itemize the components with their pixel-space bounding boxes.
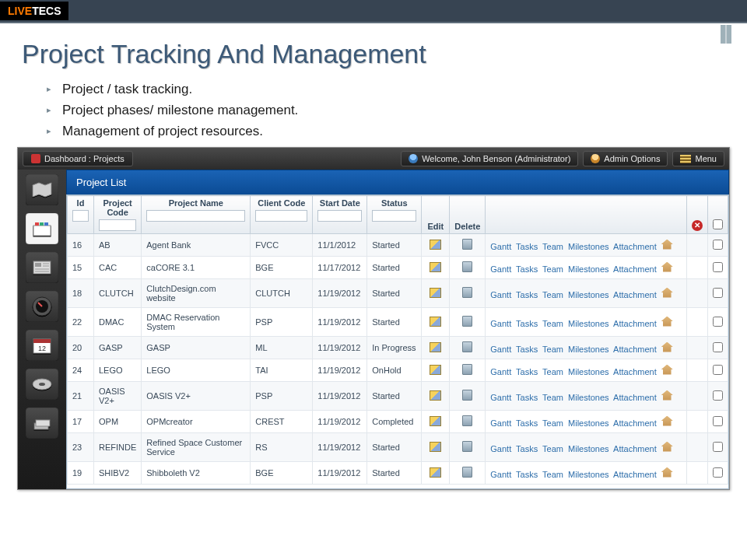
menu-button[interactable]: Menu [672,151,724,166]
milestones-link[interactable]: Milestones [568,444,609,453]
attachment-link[interactable]: Attachment [613,319,657,328]
row-checkbox[interactable] [713,240,723,250]
filter-code[interactable] [99,219,136,231]
delete-icon[interactable] [462,415,472,426]
delete-icon[interactable] [462,364,472,375]
clear-filters-icon[interactable]: ✕ [692,220,703,231]
nav-news-icon[interactable] [26,252,58,283]
filter-client[interactable] [255,210,307,222]
delete-icon[interactable] [462,467,472,478]
filter-id[interactable] [72,210,89,222]
tasks-link[interactable]: Tasks [516,290,538,299]
gantt-link[interactable]: Gantt [490,418,511,428]
row-checkbox[interactable] [713,442,723,452]
house-icon[interactable] [661,240,673,250]
milestones-link[interactable]: Milestones [568,319,609,328]
row-checkbox[interactable] [713,262,723,272]
nav-projects-icon[interactable] [26,213,58,244]
row-checkbox[interactable] [713,342,723,352]
milestones-link[interactable]: Milestones [568,264,609,274]
milestones-link[interactable]: Milestones [568,367,609,376]
house-icon[interactable] [661,365,673,375]
house-icon[interactable] [661,390,673,401]
row-checkbox[interactable] [713,317,723,327]
house-icon[interactable] [661,317,673,327]
edit-icon[interactable] [430,416,441,426]
team-link[interactable]: Team [542,319,563,328]
team-link[interactable]: Team [542,367,563,376]
edit-icon[interactable] [430,342,441,352]
edit-icon[interactable] [430,467,441,478]
filter-date[interactable] [317,210,362,222]
team-link[interactable]: Team [542,444,563,453]
team-link[interactable]: Team [542,418,563,428]
gantt-link[interactable]: Gantt [490,345,511,354]
edit-icon[interactable] [430,365,441,375]
nav-stack-icon[interactable] [26,408,58,439]
delete-icon[interactable] [462,441,472,452]
gantt-link[interactable]: Gantt [490,444,511,453]
nav-gauge-icon[interactable] [26,291,58,322]
edit-icon[interactable] [430,317,441,327]
delete-icon[interactable] [462,341,472,352]
attachment-link[interactable]: Attachment [613,470,657,479]
gantt-link[interactable]: Gantt [490,290,511,299]
gantt-link[interactable]: Gantt [490,470,511,479]
team-link[interactable]: Team [542,264,563,274]
milestones-link[interactable]: Milestones [568,418,609,428]
team-link[interactable]: Team [542,345,563,354]
milestones-link[interactable]: Milestones [568,345,609,354]
house-icon[interactable] [661,467,673,478]
row-checkbox[interactable] [713,467,723,478]
milestones-link[interactable]: Milestones [568,242,609,251]
team-link[interactable]: Team [542,470,563,479]
house-icon[interactable] [661,442,673,452]
tasks-link[interactable]: Tasks [516,242,538,251]
select-all-checkbox[interactable] [713,219,723,229]
attachment-link[interactable]: Attachment [613,367,657,376]
nav-map-icon[interactable] [26,174,58,205]
edit-icon[interactable] [430,288,441,298]
attachment-link[interactable]: Attachment [613,264,657,274]
attachment-link[interactable]: Attachment [613,290,657,299]
edit-icon[interactable] [430,390,441,401]
attachment-link[interactable]: Attachment [613,242,657,251]
delete-icon[interactable] [462,287,472,298]
tasks-link[interactable]: Tasks [516,470,538,479]
edit-icon[interactable] [430,442,441,452]
house-icon[interactable] [661,262,673,272]
team-link[interactable]: Team [542,242,563,251]
tasks-link[interactable]: Tasks [516,345,538,354]
row-checkbox[interactable] [713,390,723,401]
gantt-link[interactable]: Gantt [490,319,511,328]
team-link[interactable]: Team [542,393,563,402]
attachment-link[interactable]: Attachment [613,345,657,354]
filter-name[interactable] [146,210,245,222]
delete-icon[interactable] [462,316,472,327]
house-icon[interactable] [661,416,673,426]
house-icon[interactable] [661,288,673,298]
milestones-link[interactable]: Milestones [568,470,609,479]
edit-icon[interactable] [430,262,441,272]
gantt-link[interactable]: Gantt [490,264,511,274]
row-checkbox[interactable] [713,416,723,426]
milestones-link[interactable]: Milestones [568,290,609,299]
filter-status[interactable] [372,210,416,222]
attachment-link[interactable]: Attachment [613,393,657,402]
delete-icon[interactable] [462,239,472,250]
gantt-link[interactable]: Gantt [490,242,511,251]
attachment-link[interactable]: Attachment [613,444,657,453]
row-checkbox[interactable] [713,288,723,298]
edit-icon[interactable] [430,240,441,250]
tasks-link[interactable]: Tasks [516,444,538,453]
delete-icon[interactable] [462,261,472,272]
gantt-link[interactable]: Gantt [490,367,511,376]
welcome-user-button[interactable]: Welcome, John Benson (Administrator) [401,151,578,166]
tasks-link[interactable]: Tasks [516,418,538,428]
admin-options-button[interactable]: Admin Options [583,151,668,166]
house-icon[interactable] [661,342,673,352]
breadcrumb[interactable]: Dashboard : Projects [23,151,133,166]
tasks-link[interactable]: Tasks [516,264,538,274]
row-checkbox[interactable] [713,365,723,375]
team-link[interactable]: Team [542,290,563,299]
